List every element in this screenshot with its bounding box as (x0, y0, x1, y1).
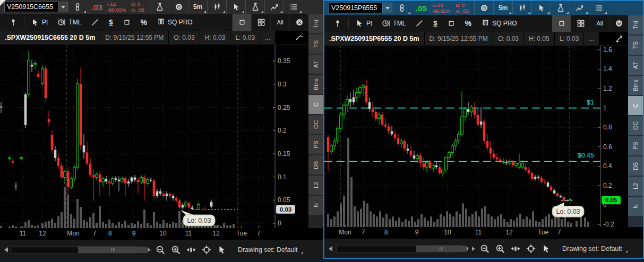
zoom-out-button[interactable] (479, 243, 491, 255)
flask-button[interactable] (245, 0, 264, 14)
flask-button[interactable] (551, 1, 570, 15)
timeframe-button[interactable]: 5m (493, 1, 512, 15)
tab-c[interactable]: C (308, 95, 323, 114)
trendline-tool-button[interactable] (410, 16, 428, 30)
tab-ts[interactable]: TS (628, 36, 643, 55)
curve-toggle-icon[interactable] (290, 31, 308, 44)
chart-canvas[interactable]: 1.61.41.210.80.60.40.20-0.2$1$0.450.05Lo… (324, 46, 628, 227)
percent-tool-button[interactable]: % (136, 15, 152, 29)
chart-scrollbar[interactable] (336, 245, 461, 252)
price-chart[interactable]: 0.350.30.250.20.150.10.0500.03Lo: 0.03 (0, 45, 308, 228)
time-axis-label: 7 (93, 230, 97, 237)
gear-button[interactable] (169, 0, 188, 14)
cursor-button[interactable] (531, 1, 551, 15)
scrollbar-thumb[interactable] (78, 247, 148, 253)
tab-ps[interactable]: PS (628, 136, 643, 155)
panarrows-toggle-icon[interactable] (610, 32, 628, 45)
candles-button[interactable] (207, 0, 226, 14)
grid4-icon (257, 18, 265, 27)
candles-button[interactable] (512, 1, 531, 15)
tab-at[interactable]: AT (628, 56, 643, 75)
list-button[interactable] (589, 1, 608, 15)
crosshair-button[interactable] (525, 243, 537, 255)
tab-btns[interactable]: Btns (628, 76, 643, 95)
chart-canvas[interactable]: 0.350.30.250.20.150.10.0500.03Lo: 0.03 (0, 45, 308, 228)
tab-n[interactable]: N (308, 196, 323, 215)
tab-c[interactable]: C (628, 96, 643, 115)
timeline-tool-button[interactable]: TML (53, 15, 86, 29)
symbol-input[interactable] (4, 2, 58, 12)
zoom-in-button[interactable] (494, 243, 506, 255)
symbol-dropdown-button[interactable] (58, 2, 68, 12)
link-charts-button[interactable] (392, 1, 411, 15)
pointer-tool-button[interactable]: Pt (350, 16, 377, 30)
cursor-button[interactable] (226, 0, 245, 14)
time-axis-label: Mon (67, 230, 79, 237)
tab-oc[interactable]: OC (308, 115, 323, 134)
all-charts-button[interactable]: All (590, 15, 609, 32)
list-button[interactable] (284, 0, 303, 14)
rectangle-tool-button[interactable] (118, 15, 136, 29)
pointer-tool-button[interactable]: Pt (26, 15, 53, 29)
square-icon (123, 18, 131, 27)
single-chart-layout-button[interactable] (232, 14, 251, 31)
grid-layout-button[interactable] (571, 15, 590, 32)
tab-db[interactable]: DB (628, 156, 643, 176)
gear-button[interactable] (474, 1, 493, 15)
bid-ask-stack: B: 0A: .05 (456, 2, 469, 14)
price-level-tool-button[interactable]: $ (428, 16, 442, 30)
symbol-dropdown-button[interactable] (383, 3, 392, 13)
drawing-set-selector[interactable]: Drawing set: Default (237, 245, 304, 255)
tab-ps[interactable]: PS (308, 135, 323, 154)
price-chart[interactable]: 1.61.41.210.80.60.40.20-0.2$1$0.450.05Lo… (324, 46, 628, 227)
chart-scrollbar[interactable] (12, 246, 137, 254)
bid-value: B: 0 (131, 1, 144, 7)
zoom-out-button[interactable] (154, 244, 166, 256)
chart-settings-button[interactable] (289, 14, 308, 31)
rectangle-tool-button[interactable] (442, 16, 460, 30)
symbol-input[interactable] (329, 3, 383, 13)
tab-l2[interactable]: L2 (628, 177, 643, 196)
scrollbar-thumb[interactable] (416, 246, 467, 252)
pattern-button[interactable] (570, 1, 589, 15)
pin-toolbar-button[interactable] (329, 16, 347, 30)
tab-at[interactable]: AT (308, 55, 323, 74)
pattern-button[interactable] (264, 0, 284, 14)
chart-settings-button[interactable] (609, 15, 628, 32)
panarrows-icon (615, 34, 623, 43)
zoom-in-button[interactable] (170, 244, 182, 256)
all-charts-button[interactable]: All (270, 14, 289, 31)
scroll-left-button[interactable] (4, 247, 8, 252)
tab-trd[interactable]: Trd (308, 14, 323, 33)
tab-btns[interactable]: Btns (308, 75, 323, 94)
crosshair-button[interactable] (201, 244, 212, 256)
sqpro-button[interactable]: SQ PRO (152, 15, 198, 29)
chart-high-label: H: 0.05 (524, 32, 554, 45)
tab-n[interactable]: N (628, 197, 643, 216)
trendline-tool-button[interactable] (86, 15, 104, 29)
single-chart-layout-button[interactable] (552, 15, 571, 32)
timeline-tool-button[interactable]: TML (377, 16, 410, 30)
tab-l2[interactable]: L2 (308, 176, 323, 195)
percent-tool-button[interactable]: % (460, 16, 476, 30)
bar-width-button[interactable] (510, 243, 521, 255)
time-axis-label: 7 (362, 229, 365, 236)
timeframe-button[interactable]: 5m (188, 0, 207, 14)
link-charts-button[interactable] (68, 0, 87, 14)
grid-layout-button[interactable] (251, 14, 270, 31)
bid-value: B: 0 (456, 2, 469, 8)
pointer-mode-button[interactable] (540, 243, 552, 255)
bar-width-button[interactable] (185, 244, 197, 256)
scroll-left-button[interactable] (329, 246, 332, 251)
tab-db[interactable]: DB (308, 155, 323, 174)
tab-trd[interactable]: Trd (628, 15, 643, 34)
pin-toolbar-button[interactable] (4, 15, 22, 29)
pointer-mode-button[interactable] (216, 244, 228, 256)
tab-ts[interactable]: TS (308, 34, 323, 54)
flask-button[interactable] (150, 0, 169, 14)
price-level-tool-button[interactable]: $ (104, 15, 117, 29)
drawing-set-selector[interactable]: Drawing set: Default (561, 244, 629, 254)
tab-oc[interactable]: OC (628, 116, 643, 135)
sqpro-button[interactable]: SQ PRO (476, 16, 522, 30)
step-right-button[interactable] (472, 247, 475, 251)
